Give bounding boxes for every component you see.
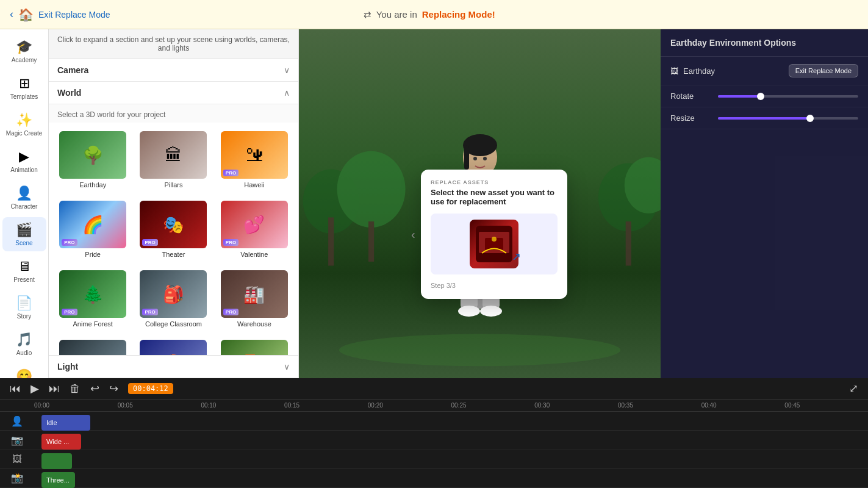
sidebar-label-present: Present [13, 276, 34, 283]
world-panel: Click to expand a section and set up you… [49, 29, 299, 378]
modal-tag: REPLACE ASSETS [431, 179, 558, 185]
resize-label: Resize [670, 113, 707, 123]
academy-icon: 🎓 [16, 39, 32, 55]
svg-rect-10 [464, 145, 469, 170]
world-item-pride[interactable]: 🌈PROPride [55, 197, 131, 262]
sidebar-item-face[interactable]: 😊 Face [2, 364, 46, 378]
icon-sidebar: 🎓 Academy ⊞ Templates ✨ Magic Create ▶ A… [0, 29, 49, 378]
world-name-haweii: Haweii [244, 181, 264, 188]
world-item-store[interactable]: 🏪PROStore [217, 336, 292, 355]
ruler-marks: 00:0000:0500:1000:1500:2000:2500:3000:35… [34, 402, 868, 409]
rotate-slider[interactable] [718, 95, 858, 98]
play-button[interactable]: ▶ [30, 382, 39, 395]
svg-rect-5 [626, 221, 631, 265]
track-icon: 📷 [0, 434, 34, 446]
track-icon: 📸 [0, 472, 34, 484]
world-item-anime-forest[interactable]: 🌲PROAnime Forest [55, 267, 131, 331]
right-panel: Earthday Environment Options 🖼 Earthday … [661, 29, 868, 378]
world-item-basketball-court[interactable]: 🏀PROBasketball Court [135, 336, 211, 355]
resize-slider[interactable] [718, 117, 858, 120]
camera-section-header[interactable]: Camera ∨ [49, 59, 298, 82]
world-thumb-earthday: 🌳 [59, 131, 126, 179]
sidebar-item-audio[interactable]: 🎵 Audio [2, 327, 46, 361]
pro-badge: PRO [223, 170, 239, 176]
world-name-anime-forest: Anime Forest [73, 320, 112, 328]
env-options-header: Earthday Environment Options [661, 29, 868, 57]
pro-badge: PRO [142, 309, 157, 315]
world-thumb-anime-forest: 🌲PRO [59, 270, 126, 318]
ruler-mark: 00:35 [618, 402, 701, 409]
world-grid: 🌳Earthday🏛Pillars🏜PROHaweii🌈PROPride🎭PRO… [49, 123, 298, 355]
light-label: Light [57, 362, 78, 371]
panel-header: Click to expand a section and set up you… [49, 29, 298, 59]
light-section-header[interactable]: Light ∨ [49, 355, 298, 378]
track-row: 📷Wide ... [0, 431, 868, 450]
ruler-mark: 00:05 [118, 402, 201, 409]
world-item-valentine[interactable]: 💕PROValentine [217, 197, 292, 262]
world-item-earthday[interactable]: 🌳Earthday [55, 127, 131, 192]
modal-back-icon[interactable]: ‹ [411, 228, 415, 242]
track-clip[interactable] [41, 453, 72, 469]
sidebar-item-templates[interactable]: ⊞ Templates [2, 71, 46, 105]
svg-point-27 [492, 237, 497, 242]
sidebar-item-scene[interactable]: 🎬 Scene [2, 217, 46, 251]
redo-button[interactable]: ↪ [109, 382, 118, 395]
world-select-label: Select a 3D world for your project [49, 104, 298, 123]
world-section-header[interactable]: World ∧ [49, 82, 298, 104]
skip-back-button[interactable]: ⏮ [10, 382, 21, 395]
track-clip[interactable]: Idle [41, 415, 90, 431]
pro-badge: PRO [223, 239, 239, 246]
sidebar-item-magic-create[interactable]: ✨ Magic Create [2, 107, 46, 142]
mode-message: ⇄ You are in Replacing Mode! [364, 9, 495, 20]
camera-label: Camera [57, 65, 88, 75]
world-item-pillars[interactable]: 🏛Pillars [135, 127, 211, 192]
world-item-college-classroom[interactable]: 🎒PROCollege Classroom [135, 267, 211, 331]
exit-replace-mode-button-right[interactable]: Exit Replace Mode [789, 64, 858, 77]
world-item-theater[interactable]: 🎭PROTheater [135, 197, 211, 262]
track-clip[interactable]: Three... [41, 472, 75, 488]
ruler-mark: 00:25 [451, 402, 535, 409]
preview-area: ‹ REPLACE ASSETS Select the new asset yo… [299, 29, 661, 378]
world-name-theater: Theater [162, 251, 185, 258]
sidebar-item-present[interactable]: 🖥 Present [2, 254, 46, 288]
sidebar-label-character: Character [11, 203, 38, 210]
track-clip[interactable]: Wide ... [41, 434, 81, 450]
modal-asset-box[interactable]: ↗ [431, 214, 558, 274]
timeline-controls: ⏮ ▶ ⏭ 🗑 ↩ ↪ 00:04:12 ⤢ [0, 378, 868, 400]
undo-button[interactable]: ↩ [90, 382, 99, 395]
world-thumb-home-office: 🖥PRO [59, 340, 126, 355]
track-content[interactable]: Wide ... [34, 431, 868, 449]
back-icon: ‹ [10, 8, 13, 21]
track-content[interactable]: Idle [34, 412, 868, 430]
sidebar-label-academy: Academy [12, 57, 37, 63]
sidebar-item-animation[interactable]: ▶ Animation [2, 144, 46, 178]
sidebar-item-academy[interactable]: 🎓 Academy [2, 34, 46, 68]
track-content[interactable]: Three... [34, 469, 868, 487]
world-label: World [57, 88, 81, 98]
world-name-pillars: Pillars [165, 181, 183, 188]
exit-label: Exit Replace Mode [38, 10, 110, 20]
track-icon: 👤 [0, 415, 34, 427]
world-name-pride: Pride [85, 251, 101, 258]
world-item-warehouse[interactable]: 🏭PROWarehouse [217, 267, 292, 331]
timeline-tracks: 👤Idle📷Wide ...🖼📸Three... [0, 412, 868, 488]
track-content[interactable] [34, 450, 868, 468]
time-display: 00:04:12 [128, 383, 173, 394]
world-item-haweii[interactable]: 🏜PROHaweii [217, 127, 292, 192]
world-name-warehouse: Warehouse [237, 320, 271, 328]
exit-replace-mode-button[interactable]: ‹ 🏠 Exit Replace Mode [10, 7, 110, 22]
sidebar-item-character[interactable]: 👤 Character [2, 181, 46, 215]
world-name-earthday: Earthday [79, 181, 106, 188]
skip-forward-button[interactable]: ⏭ [49, 382, 60, 395]
sidebar-item-story[interactable]: 📄 Story [2, 290, 46, 325]
world-name-college-classroom: College Classroom [145, 320, 202, 328]
delete-button[interactable]: 🗑 [70, 382, 81, 395]
templates-icon: ⊞ [19, 76, 30, 92]
world-thumb-haweii: 🏜PRO [221, 131, 288, 179]
world-item-home-office[interactable]: 🖥PROHome Office [55, 336, 131, 355]
ruler-mark: 00:20 [368, 402, 451, 409]
world-thumb-pillars: 🏛 [140, 131, 207, 179]
expand-button[interactable]: ⤢ [849, 382, 858, 395]
resize-slider-row: Resize [661, 107, 868, 129]
scene-icon: 🎬 [16, 222, 32, 238]
